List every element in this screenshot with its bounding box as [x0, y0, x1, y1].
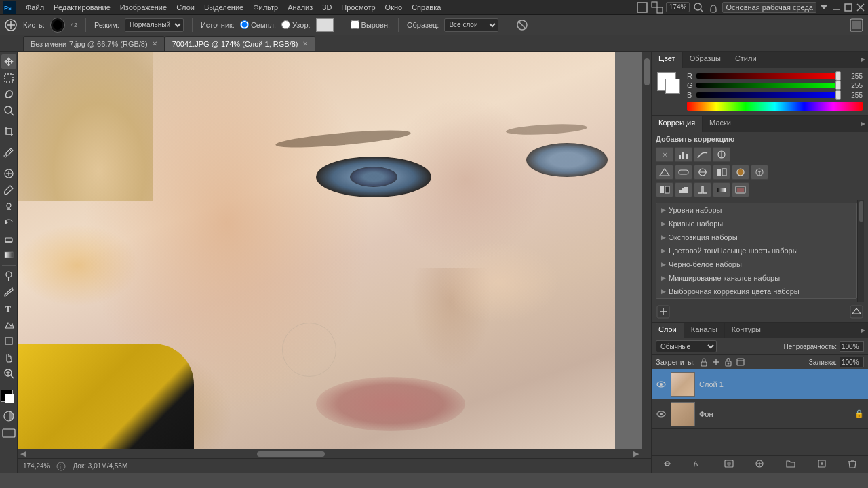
tool-history-brush[interactable]: [1, 215, 16, 230]
screen-mode-icon[interactable]: [636, 1, 648, 14]
workspace-arrow-icon[interactable]: [819, 3, 829, 12]
lock-all-icon[interactable]: [724, 357, 733, 367]
add-adjustment-btn[interactable]: [751, 458, 768, 472]
corr-icon-hue-sat[interactable]: [675, 165, 692, 180]
tool-screen-mode[interactable]: [1, 428, 16, 440]
sample-radio-input[interactable]: [240, 20, 249, 29]
tool-hand[interactable]: [1, 350, 16, 365]
tool-zoom[interactable]: [1, 366, 16, 381]
corr-item-0[interactable]: ▶ Уровни наборы: [656, 203, 856, 217]
tool-crop[interactable]: [1, 124, 16, 139]
corr-scroll-thumb[interactable]: [859, 201, 863, 222]
r-slider-thumb[interactable]: [835, 71, 841, 81]
corr-icon-invert[interactable]: [656, 182, 673, 197]
sample-preview-icon[interactable]: [849, 18, 864, 33]
fill-input[interactable]: [840, 357, 864, 367]
window-minimize-icon[interactable]: [831, 3, 841, 12]
layers-tab-channels[interactable]: Каналы: [684, 323, 725, 338]
window-close-icon[interactable]: [856, 3, 865, 12]
menu-file[interactable]: Файл: [22, 2, 48, 13]
add-group-btn[interactable]: [783, 458, 799, 472]
tool-dodge[interactable]: [1, 268, 16, 283]
add-mask-btn[interactable]: [721, 458, 737, 472]
menu-select[interactable]: Выделение: [200, 2, 248, 13]
tab-styles[interactable]: Стили: [728, 52, 764, 68]
corr-icon-brightness[interactable]: ☀: [656, 147, 673, 162]
tab-color[interactable]: Цвет: [652, 52, 683, 68]
workspace-selector[interactable]: Основная рабочая среда: [722, 2, 816, 13]
layer-0-visibility[interactable]: [656, 381, 667, 388]
tab-1-close[interactable]: ✕: [152, 40, 157, 47]
tab-2[interactable]: 70041.JPG @ 174% (Слой 1, RGB/8) ✕: [165, 36, 315, 51]
scroll-left-btn[interactable]: ◀: [18, 449, 28, 459]
layers-tab-paths[interactable]: Контуры: [725, 323, 768, 338]
r-slider-track[interactable]: [696, 73, 841, 79]
tool-stamp[interactable]: [1, 199, 16, 214]
tool-select-rect[interactable]: [1, 70, 16, 85]
corr-icon-gradient-map[interactable]: [713, 182, 730, 197]
new-layer-btn[interactable]: [814, 458, 830, 472]
tool-eraser[interactable]: [1, 231, 16, 246]
tab-1[interactable]: Без имени-7.jpg @ 66.7% (RGB/8) ✕: [23, 36, 165, 51]
aligned-checkbox-input[interactable]: [351, 20, 359, 29]
menu-3d[interactable]: 3D: [318, 2, 336, 13]
tool-lasso[interactable]: [1, 87, 16, 102]
arrange-icon[interactable]: [651, 1, 663, 14]
b-slider-thumb[interactable]: [835, 90, 841, 100]
sample-radio[interactable]: Семпл.: [240, 20, 276, 29]
corr-item-6[interactable]: ▶ Выборочная коррекция цвета наборы: [656, 285, 856, 298]
tool-shape[interactable]: [1, 333, 16, 348]
tool-quickmask[interactable]: [1, 410, 16, 424]
tab-2-close[interactable]: ✕: [302, 40, 308, 47]
menu-image[interactable]: Изображение: [116, 2, 171, 13]
corr-icon-bw[interactable]: [713, 165, 730, 180]
tab-masks[interactable]: Маски: [703, 116, 738, 132]
tool-text[interactable]: T: [1, 301, 16, 316]
canvas-area[interactable]: [18, 52, 651, 449]
tool-eyedropper[interactable]: [1, 145, 16, 160]
lock-position-icon[interactable]: [711, 357, 721, 367]
hand-icon[interactable]: [707, 1, 719, 14]
corrections-scrollbar[interactable]: [857, 200, 864, 302]
tool-move[interactable]: [1, 54, 16, 69]
tool-pen[interactable]: [1, 285, 16, 300]
corr-icon-colorbalance[interactable]: [694, 165, 711, 180]
blend-mode-select[interactable]: Обычные: [656, 340, 717, 352]
background-swatch[interactable]: [665, 79, 680, 94]
menu-analysis[interactable]: Анализ: [283, 2, 317, 13]
tool-heal[interactable]: [1, 166, 16, 181]
layers-panel-collapse[interactable]: [859, 323, 868, 338]
ignore-adj-icon[interactable]: [515, 18, 529, 32]
menu-filter[interactable]: Фильтр: [249, 2, 282, 13]
v-scroll-thumb[interactable]: [644, 58, 650, 85]
lock-artboard-icon[interactable]: [736, 357, 745, 367]
b-slider-track[interactable]: [696, 92, 841, 98]
menu-view[interactable]: Просмотр: [337, 2, 379, 13]
menu-layers[interactable]: Слои: [172, 2, 199, 13]
corr-icon-vibrance[interactable]: [656, 165, 673, 180]
tool-path-select[interactable]: [1, 317, 16, 332]
pattern-radio-input[interactable]: [281, 20, 290, 29]
color-spectrum[interactable]: [687, 102, 863, 111]
corr-icon-threshold[interactable]: [694, 182, 711, 197]
scroll-right-btn[interactable]: ▶: [631, 449, 642, 459]
corr-item-1[interactable]: ▶ Кривые наборы: [656, 217, 856, 230]
lock-pixels-icon[interactable]: [699, 357, 709, 367]
corr-icon-channel-mixer[interactable]: [751, 165, 768, 180]
corr-icon-curves[interactable]: [694, 147, 711, 162]
layer-item-0[interactable]: Слой 1: [652, 369, 868, 399]
menu-edit[interactable]: Редактирование: [50, 2, 115, 13]
tab-swatches[interactable]: Образцы: [683, 52, 728, 68]
background-color[interactable]: [5, 394, 14, 403]
scroll-track-h[interactable]: [28, 449, 631, 459]
corr-icon-photo-filter[interactable]: [732, 165, 749, 180]
pattern-radio[interactable]: Узор:: [281, 20, 311, 29]
corr-icon-levels[interactable]: [675, 147, 692, 162]
add-correction-icon[interactable]: [656, 304, 671, 319]
pattern-swatch[interactable]: [316, 18, 334, 32]
corr-icon-exposure[interactable]: [713, 147, 730, 162]
tool-gradient[interactable]: [1, 247, 16, 262]
corr-item-4[interactable]: ▶ Черно-белое наборы: [656, 258, 856, 271]
layer-1-visibility[interactable]: [656, 411, 667, 418]
layers-tab-layers[interactable]: Слои: [652, 323, 684, 338]
